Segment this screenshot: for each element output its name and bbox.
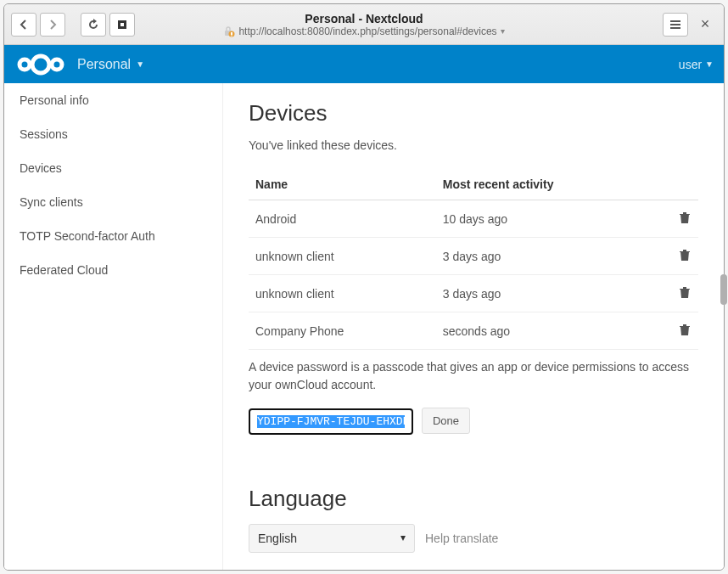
url-dropdown-icon[interactable]: ▾ — [501, 26, 505, 36]
table-row: unknown client3 days ago — [249, 275, 698, 312]
table-row: Android10 days ago — [249, 200, 698, 238]
caret-down-icon: ▼ — [136, 59, 144, 69]
delete-icon[interactable] — [664, 200, 698, 238]
user-menu[interactable]: user ▼ — [679, 58, 714, 71]
back-button[interactable] — [11, 13, 36, 37]
app-nav-label: Personal — [77, 57, 131, 72]
table-row: unknown client3 days ago — [249, 238, 698, 275]
delete-icon[interactable] — [664, 238, 698, 275]
home-button[interactable] — [109, 13, 135, 37]
svg-rect-7 — [670, 24, 680, 25]
col-activity: Most recent activity — [436, 169, 664, 200]
svg-point-5 — [232, 35, 233, 37]
sidebar-item-sessions[interactable]: Sessions — [4, 117, 222, 151]
security-icon — [223, 25, 235, 37]
svg-rect-8 — [670, 27, 680, 29]
device-name: unknown client — [249, 238, 436, 275]
device-password-desc: A device password is a passcode that giv… — [249, 358, 698, 394]
done-button[interactable]: Done — [422, 408, 470, 434]
device-name: unknown client — [249, 275, 436, 312]
device-name: Android — [249, 200, 436, 238]
devices-intro: You've linked these devices. — [249, 138, 698, 152]
svg-point-3 — [229, 31, 235, 37]
menu-button[interactable] — [663, 13, 688, 37]
svg-rect-1 — [120, 23, 124, 26]
url-text[interactable]: http://localhost:8080/index.php/settings… — [238, 25, 496, 37]
delete-icon[interactable] — [664, 275, 698, 312]
col-name: Name — [249, 169, 436, 200]
svg-rect-2 — [225, 31, 232, 36]
table-row: Company Phoneseconds ago — [249, 312, 698, 350]
devices-table: Name Most recent activity Android10 days… — [249, 169, 698, 350]
language-heading: Language — [249, 486, 698, 512]
svg-point-10 — [20, 59, 30, 70]
sidebar-item-totp[interactable]: TOTP Second-factor Auth — [4, 219, 222, 253]
sidebar-item-sync-clients[interactable]: Sync clients — [4, 185, 222, 219]
sidebar-item-devices[interactable]: Devices — [4, 151, 222, 185]
svg-rect-4 — [231, 32, 232, 35]
device-password-input[interactable] — [249, 408, 413, 435]
svg-point-9 — [32, 56, 49, 73]
browser-toolbar: Personal - Nextcloud http://localhost:80… — [4, 4, 724, 45]
svg-rect-6 — [670, 20, 680, 22]
forward-button[interactable] — [40, 13, 65, 37]
device-activity: 10 days ago — [436, 200, 664, 238]
device-name: Company Phone — [249, 312, 436, 350]
devices-heading: Devices — [249, 100, 698, 127]
help-translate-link[interactable]: Help translate — [425, 532, 498, 545]
device-activity: seconds ago — [436, 312, 664, 350]
settings-sidebar: Personal info Sessions Devices Sync clie… — [4, 83, 223, 570]
device-activity: 3 days ago — [436, 238, 664, 275]
nextcloud-logo-icon[interactable] — [14, 50, 67, 79]
caret-down-icon: ▼ — [705, 59, 714, 69]
sidebar-item-federated-cloud[interactable]: Federated Cloud — [4, 253, 222, 287]
user-label: user — [679, 58, 702, 71]
svg-point-11 — [52, 59, 62, 70]
close-button[interactable]: × — [693, 13, 717, 37]
reload-button[interactable] — [81, 13, 106, 37]
language-select[interactable]: English — [249, 524, 415, 553]
sidebar-item-personal-info[interactable]: Personal info — [4, 83, 222, 117]
scrollbar-thumb[interactable] — [720, 274, 725, 305]
delete-icon[interactable] — [664, 312, 698, 350]
device-activity: 3 days ago — [436, 275, 664, 312]
app-header: Personal ▼ user ▼ — [4, 45, 724, 83]
app-nav-dropdown[interactable]: Personal ▼ — [77, 57, 144, 72]
main-content: Devices You've linked these devices. Nam… — [223, 83, 724, 570]
